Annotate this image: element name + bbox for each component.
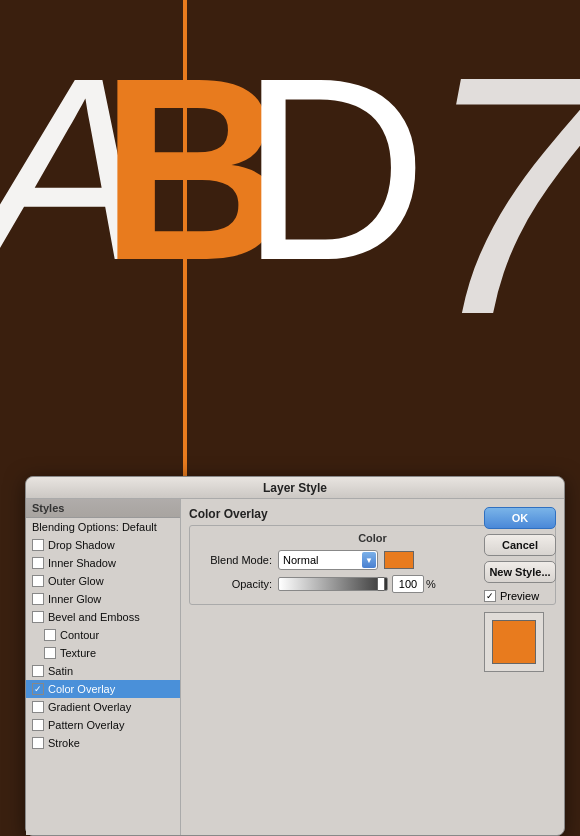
inner-shadow-checkbox[interactable]	[32, 557, 44, 569]
content-panel: Color Overlay Color Blend Mode: Normal M…	[181, 499, 564, 835]
texture-item[interactable]: Texture	[26, 644, 180, 662]
drop-shadow-item[interactable]: Drop Shadow	[26, 536, 180, 554]
texture-checkbox[interactable]	[44, 647, 56, 659]
letter-d: D	[240, 20, 428, 319]
new-style-button[interactable]: New Style...	[484, 561, 556, 583]
inner-glow-checkbox[interactable]	[32, 593, 44, 605]
buttons-panel: OK Cancel New Style... ✓ Preview	[484, 507, 556, 672]
pattern-overlay-checkbox[interactable]	[32, 719, 44, 731]
blend-mode-label: Blend Mode:	[198, 554, 278, 566]
dialog-body: Styles Blending Options: Default Drop Sh…	[26, 499, 564, 835]
pattern-overlay-item[interactable]: Pattern Overlay	[26, 716, 180, 734]
styles-panel: Styles Blending Options: Default Drop Sh…	[26, 499, 181, 835]
pattern-overlay-label: Pattern Overlay	[48, 719, 124, 731]
blend-mode-select-wrapper: Normal Multiply Screen Overlay	[278, 550, 378, 570]
opacity-thumb[interactable]	[377, 577, 385, 591]
satin-label: Satin	[48, 665, 73, 677]
outer-glow-checkbox[interactable]	[32, 575, 44, 587]
styles-header: Styles	[26, 499, 180, 518]
blend-mode-select[interactable]: Normal Multiply Screen Overlay	[278, 550, 378, 570]
inner-glow-label: Inner Glow	[48, 593, 101, 605]
stroke-checkbox[interactable]	[32, 737, 44, 749]
preview-label: Preview	[500, 590, 539, 602]
gradient-overlay-checkbox[interactable]	[32, 701, 44, 713]
bevel-emboss-label: Bevel and Emboss	[48, 611, 140, 623]
bevel-emboss-checkbox[interactable]	[32, 611, 44, 623]
inner-glow-item[interactable]: Inner Glow	[26, 590, 180, 608]
preview-checkbox[interactable]: ✓	[484, 590, 496, 602]
stroke-label: Stroke	[48, 737, 80, 749]
letter-7: 7	[421, 0, 580, 391]
preview-row: ✓ Preview	[484, 590, 556, 602]
blending-options-label: Blending Options: Default	[32, 521, 157, 533]
opacity-input[interactable]	[392, 575, 424, 593]
drop-shadow-checkbox[interactable]	[32, 539, 44, 551]
cancel-button[interactable]: Cancel	[484, 534, 556, 556]
contour-label: Contour	[60, 629, 99, 641]
ok-button[interactable]: OK	[484, 507, 556, 529]
canvas-letters: A B D 7	[0, 0, 580, 480]
stroke-item[interactable]: Stroke	[26, 734, 180, 752]
drop-shadow-label: Drop Shadow	[48, 539, 115, 551]
gradient-overlay-item[interactable]: Gradient Overlay	[26, 698, 180, 716]
gradient-overlay-label: Gradient Overlay	[48, 701, 131, 713]
contour-checkbox[interactable]	[44, 629, 56, 641]
inner-shadow-label: Inner Shadow	[48, 557, 116, 569]
contour-item[interactable]: Contour	[26, 626, 180, 644]
color-overlay-label: Color Overlay	[48, 683, 115, 695]
inner-shadow-item[interactable]: Inner Shadow	[26, 554, 180, 572]
blending-options-item[interactable]: Blending Options: Default	[26, 518, 180, 536]
percent-label: %	[426, 578, 436, 590]
preview-swatch-container	[484, 612, 544, 672]
dialog-titlebar: Layer Style	[26, 477, 564, 499]
layer-style-dialog: Layer Style Styles Blending Options: Def…	[25, 476, 565, 836]
color-overlay-checkbox[interactable]	[32, 683, 44, 695]
preview-swatch	[492, 620, 536, 664]
opacity-slider[interactable]	[278, 577, 388, 591]
outer-glow-label: Outer Glow	[48, 575, 104, 587]
texture-label: Texture	[60, 647, 96, 659]
color-swatch[interactable]	[384, 551, 414, 569]
dialog-title: Layer Style	[263, 481, 327, 495]
canvas-area: A B D 7	[0, 0, 580, 480]
satin-checkbox[interactable]	[32, 665, 44, 677]
outer-glow-item[interactable]: Outer Glow	[26, 572, 180, 590]
bevel-emboss-item[interactable]: Bevel and Emboss	[26, 608, 180, 626]
opacity-label: Opacity:	[198, 578, 278, 590]
satin-item[interactable]: Satin	[26, 662, 180, 680]
color-overlay-item[interactable]: Color Overlay	[26, 680, 180, 698]
